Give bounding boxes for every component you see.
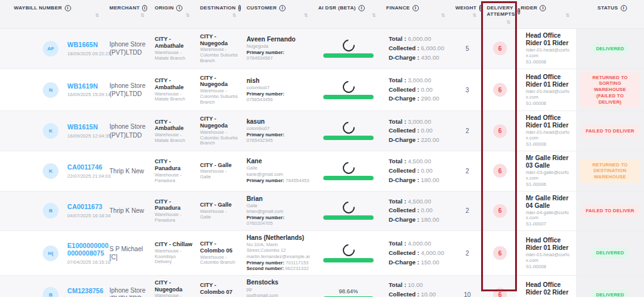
column-header-rider[interactable]: RIDER i ⇅ (517, 0, 576, 28)
info-icon[interactable]: i (479, 5, 482, 11)
column-header-waybill-number[interactable]: WAYBILL NUMBER i ⇅ (0, 0, 106, 28)
rider-email: rider-01-head@curfox.com (526, 48, 572, 59)
info-icon[interactable]: i (413, 5, 419, 11)
customer-details: colombo07Primary number: 0756543456 (247, 85, 311, 103)
column-header-status[interactable]: STATUS i ⇅ (576, 0, 644, 28)
ai-dsr-progress: 98.64% (323, 288, 374, 297)
column-header-weight[interactable]: WEIGHT i ⇅ (452, 0, 483, 28)
table-row[interactable]: N WB1619N 16/09/2025 15:09:14 Iphone Sto… (0, 69, 644, 112)
destination-city: CITY - Nugegoda (200, 75, 239, 89)
info-icon[interactable]: i (238, 5, 241, 11)
table-row[interactable]: K WB1615N 16/09/2025 12:04:35 Iphone Sto… (0, 111, 644, 151)
weight-cell: 2 (452, 165, 483, 178)
customer-name: kasun (247, 118, 311, 126)
merchant-cell: Iphone Store (PVT)LTDD (106, 37, 151, 60)
destination-warehouse: Warehouse - Colombo Branch (200, 255, 239, 266)
origin-cell: CITY - Chillaw Warehouse - Koombiyo Deli… (151, 238, 196, 268)
sort-icon[interactable]: ⇅ (565, 13, 572, 19)
destination-cell: CITY - Galle Warehouse - Galle (196, 159, 243, 183)
waybill-cell: K WB1615N 16/09/2025 12:04:35 (0, 120, 106, 142)
customer-line: pp@gmail.com (247, 293, 311, 297)
status-badge: DELIVERED (592, 247, 629, 259)
info-icon[interactable]: i (621, 5, 627, 11)
info-icon[interactable]: i (65, 5, 71, 11)
column-header-finance[interactable]: FINANCE i ⇅ (382, 0, 452, 28)
sort-icon[interactable]: ⇅ (140, 13, 147, 19)
waybill-number-link[interactable]: CM1238756 (67, 287, 111, 295)
weight-value: 2 (465, 127, 469, 134)
column-header-label: MERCHANT (109, 5, 140, 11)
finance-collected: 0.00 (421, 167, 433, 174)
rider-cell: Head Office Rider 02 Rider rider-02-head… (517, 276, 576, 297)
table-row[interactable]: B CM1238756 25/01/2024 12:41:43 Iphone S… (0, 276, 644, 297)
customer-phone: Primary number: 0765432345 (247, 132, 311, 144)
sort-icon[interactable]: ⇅ (441, 13, 448, 19)
info-icon[interactable]: i (142, 5, 147, 11)
delivery-attempts-badge: 6 (493, 204, 507, 218)
customer-cell: kasun colombo07Primary number: 076543234… (243, 115, 314, 147)
column-header-delivery-attempts[interactable]: DELIVERY ATTEMPTS i ⇅ (483, 0, 517, 28)
destination-city: CITY - Colombo 07 (200, 282, 239, 296)
waybill-number-link[interactable]: WB1665N (67, 41, 111, 49)
rider-email: rider-01-head@curfox.com (526, 252, 572, 264)
status-cell: DELIVERED (576, 29, 644, 68)
waybill-number-link[interactable]: CA0011673 (67, 203, 111, 211)
rider-cell: Head Office Rider 01 Rider rider-01-head… (517, 69, 576, 111)
waybill-cell: N WB1619N 16/09/2025 15:09:14 (0, 79, 106, 101)
finance-dcharge: 180.00 (421, 216, 439, 223)
finance-cell: Total : 3,000.00 Collected : 0.00 D-Char… (382, 114, 452, 148)
column-header-ai-dsr-beta-[interactable]: AI DSR (BETA) i ⇅ (314, 0, 382, 28)
origin-warehouse: Warehouse - Matale Branch (155, 50, 192, 62)
column-header-merchant[interactable]: MERCHANT i ⇅ (106, 0, 151, 28)
origin-warehouse: Warehouse - Panadura (155, 173, 192, 184)
weight-cell: 2 (452, 124, 483, 138)
merchant-cell: Iphone Store (PVT)LTDD (106, 283, 151, 297)
info-icon[interactable]: i (358, 5, 365, 11)
sort-icon[interactable]: ⇅ (95, 13, 102, 19)
sort-icon[interactable]: ⇅ (232, 13, 239, 19)
sort-icon[interactable]: ⇅ (304, 13, 311, 19)
rider-code: S1-00007 (526, 222, 572, 227)
waybill-datetime: 07/04/2025 16:15:16 (67, 259, 111, 265)
info-icon[interactable]: i (176, 5, 182, 11)
avatar: B (43, 203, 58, 219)
column-header-label: CUSTOMER (247, 5, 277, 11)
origin-city: CITY - Nugegoda (155, 279, 192, 293)
info-icon[interactable]: i (540, 5, 546, 11)
sort-icon[interactable]: ⇅ (506, 19, 513, 26)
column-header-destination[interactable]: DESTINATION i ⇅ (196, 0, 243, 28)
sort-icon[interactable]: ⇅ (186, 13, 192, 19)
ai-dsr-cell (314, 78, 382, 102)
column-header-label: DELIVERY ATTEMPTS (487, 5, 515, 18)
info-icon[interactable]: i (279, 5, 286, 11)
waybill-number-link[interactable]: CA0011746 (67, 163, 111, 171)
column-header-label: WAYBILL NUMBER (14, 5, 62, 11)
finance-dcharge: 290.00 (421, 95, 439, 102)
ai-dsr-progress-bar (323, 215, 374, 220)
rider-name: Head Office Rider 01 Rider (526, 73, 572, 89)
table-row[interactable]: K CA0011746 22/07/2025 21:04:03 Thrip K … (0, 151, 644, 192)
delivery-attempts-cell: 6 (483, 161, 517, 181)
waybill-datetime: 04/07/2025 16:18:34 (67, 213, 111, 219)
weight-cell: 2 (452, 204, 483, 217)
table-row[interactable]: B CA0011673 04/07/2025 16:18:34 Thrip K … (0, 192, 644, 232)
ai-dsr-progress-bar (323, 53, 374, 58)
merchant-name: Iphone Store (PVT)LTDD (109, 122, 147, 139)
status-badge: RETURNED TO DESTINATION WAREHOUSE (580, 159, 640, 183)
waybill-number-link[interactable]: WB1619N (67, 82, 111, 90)
sort-icon[interactable]: ⇅ (372, 13, 379, 19)
column-header-origin[interactable]: ORIGIN i ⇅ (151, 0, 196, 28)
waybill-number-link[interactable]: E10000000000000008075 (67, 242, 111, 257)
finance-total: 4,500.00 (408, 198, 431, 205)
waybill-number-link[interactable]: WB1615N (67, 123, 111, 131)
weight-value: 10 (464, 291, 470, 297)
column-header-customer[interactable]: CUSTOMER i ⇅ (243, 0, 314, 28)
finance-dcharge: 180.00 (421, 176, 439, 183)
finance-collected: 0.00 (421, 86, 433, 93)
customer-line: Galle (247, 166, 311, 171)
table-row[interactable]: AF WB1665N 18/09/2025 09:22:23 Iphone St… (0, 29, 644, 69)
ai-dsr-cell (314, 241, 382, 266)
rider-email: rider-01-head@curfox.com (526, 130, 572, 141)
sort-icon[interactable]: ⇅ (472, 13, 479, 19)
table-row[interactable]: H( E10000000000000008075 07/04/2025 16:1… (0, 231, 644, 276)
